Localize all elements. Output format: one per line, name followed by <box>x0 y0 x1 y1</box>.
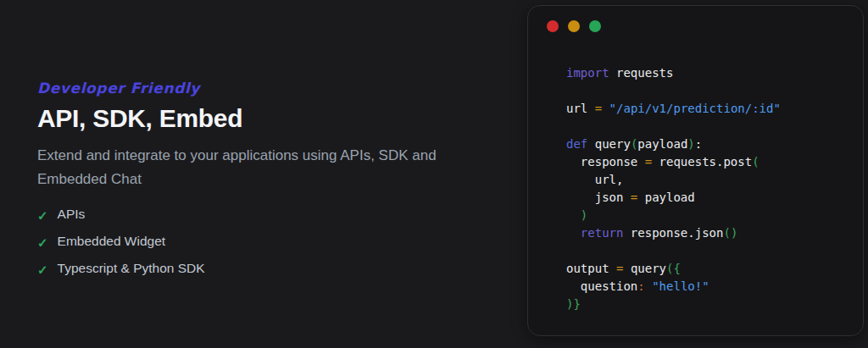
traffic-light-dot <box>568 20 580 32</box>
feature-item: ✓ Typescript & Python SDK <box>37 261 495 276</box>
eyebrow-label: Developer Friendly <box>37 80 495 97</box>
code-line: def query(payload): <box>566 135 781 153</box>
code-line: import requests <box>566 64 781 82</box>
feature-item-label: APIs <box>58 207 86 222</box>
traffic-light-dot <box>547 20 559 32</box>
code-line: ) <box>566 207 781 224</box>
feature-item-label: Typescript & Python SDK <box>58 261 205 276</box>
code-line <box>566 242 781 260</box>
feature-text-section: Developer Friendly API, SDK, Embed Exten… <box>37 80 495 288</box>
feature-item-label: Embedded Widget <box>58 234 166 249</box>
section-title: API, SDK, Embed <box>37 104 495 133</box>
window-titlebar <box>528 6 863 32</box>
code-line: url, <box>566 171 781 189</box>
code-line <box>566 118 781 135</box>
code-line <box>566 82 781 100</box>
code-line: output = query({ <box>566 260 781 278</box>
check-icon: ✓ <box>37 209 48 222</box>
code-line: response = requests.post( <box>566 153 781 171</box>
page: Developer Friendly API, SDK, Embed Exten… <box>0 0 868 348</box>
code-line: json = payload <box>566 189 781 207</box>
traffic-light-dot <box>589 20 601 32</box>
feature-list: ✓ APIs ✓ Embedded Widget ✓ Typescript & … <box>37 207 495 276</box>
code-line: return response.json() <box>566 224 781 242</box>
check-icon: ✓ <box>37 236 48 249</box>
code-line: url = "/api/v1/prediction/:id" <box>566 100 781 118</box>
feature-item: ✓ APIs <box>37 207 495 222</box>
code-block: import requests url = "/api/v1/predictio… <box>566 64 781 313</box>
check-icon: ✓ <box>37 263 48 276</box>
section-description: Extend and integrate to your application… <box>37 144 461 191</box>
code-line: question: "hello!" <box>566 278 781 296</box>
code-line: )} <box>566 296 781 313</box>
code-editor-window: import requests url = "/api/v1/predictio… <box>527 5 864 336</box>
feature-item: ✓ Embedded Widget <box>37 234 495 249</box>
